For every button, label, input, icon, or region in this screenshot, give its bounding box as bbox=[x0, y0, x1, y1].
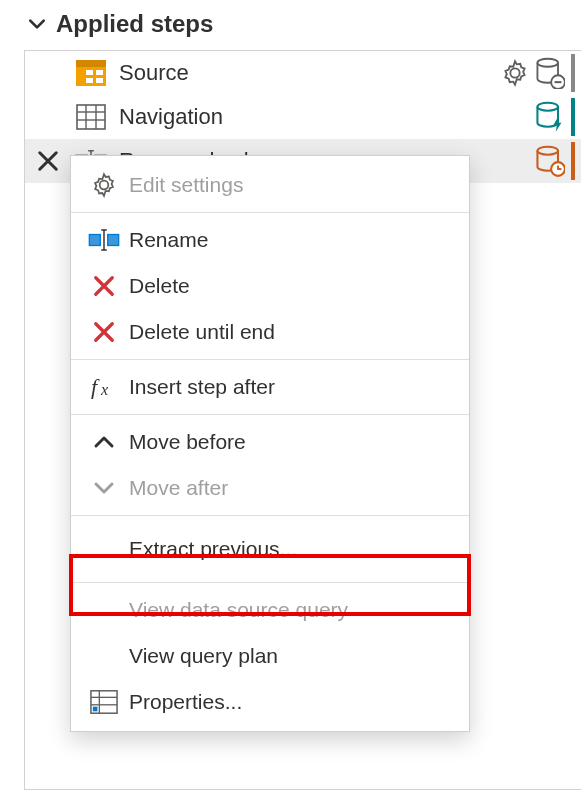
svg-point-6 bbox=[537, 59, 558, 67]
context-menu: Edit settings Rename Delete Delete un bbox=[70, 155, 470, 732]
menu-label: Rename bbox=[129, 228, 208, 252]
svg-rect-20 bbox=[89, 235, 100, 246]
menu-label: Move after bbox=[129, 476, 228, 500]
database-bolt-icon bbox=[535, 101, 565, 133]
menu-label: Move before bbox=[129, 430, 246, 454]
menu-label: Properties... bbox=[129, 690, 242, 714]
grid-icon bbox=[75, 103, 107, 131]
menu-move-after: Move after bbox=[71, 465, 469, 511]
chevron-up-icon bbox=[85, 434, 123, 450]
menu-label: Delete bbox=[129, 274, 190, 298]
svg-rect-29 bbox=[93, 707, 98, 712]
accent-bar bbox=[571, 54, 575, 92]
database-minus-icon bbox=[535, 57, 565, 89]
svg-point-18 bbox=[537, 147, 558, 155]
menu-label: Insert step after bbox=[129, 375, 275, 399]
menu-properties[interactable]: Properties... bbox=[71, 679, 469, 725]
svg-text:x: x bbox=[100, 381, 108, 398]
svg-rect-9 bbox=[77, 105, 105, 129]
accent-bar bbox=[571, 98, 575, 136]
gear-icon[interactable] bbox=[501, 59, 529, 87]
step-row-navigation[interactable]: Navigation bbox=[25, 95, 581, 139]
chevron-down-icon bbox=[28, 15, 46, 33]
menu-label: Delete until end bbox=[129, 320, 275, 344]
step-label: Source bbox=[119, 60, 501, 86]
menu-label: Edit settings bbox=[129, 173, 243, 197]
menu-separator bbox=[71, 515, 469, 516]
svg-text:f: f bbox=[91, 375, 100, 399]
gear-icon bbox=[85, 172, 123, 198]
menu-separator bbox=[71, 582, 469, 583]
menu-label: View data source query bbox=[129, 598, 348, 622]
table-icon bbox=[75, 59, 107, 87]
x-icon bbox=[85, 321, 123, 343]
menu-label: Extract previous... bbox=[129, 537, 297, 561]
svg-rect-4 bbox=[86, 78, 93, 83]
applied-steps-header[interactable]: Applied steps bbox=[0, 0, 581, 50]
menu-delete-until-end[interactable]: Delete until end bbox=[71, 309, 469, 355]
svg-rect-2 bbox=[86, 70, 93, 75]
menu-extract-previous[interactable]: Extract previous... bbox=[71, 520, 469, 578]
menu-view-query-plan[interactable]: View query plan bbox=[71, 633, 469, 679]
svg-point-14 bbox=[537, 103, 558, 111]
svg-rect-1 bbox=[76, 60, 106, 67]
menu-view-data-source-query: View data source query bbox=[71, 587, 469, 633]
x-icon bbox=[85, 275, 123, 297]
database-clock-icon bbox=[535, 145, 565, 177]
menu-label: View query plan bbox=[129, 644, 278, 668]
delete-x-icon[interactable] bbox=[37, 150, 59, 172]
svg-rect-5 bbox=[96, 78, 103, 83]
menu-separator bbox=[71, 414, 469, 415]
svg-rect-3 bbox=[96, 70, 103, 75]
step-row-source[interactable]: Source bbox=[25, 51, 581, 95]
menu-rename[interactable]: Rename bbox=[71, 217, 469, 263]
menu-separator bbox=[71, 212, 469, 213]
menu-delete[interactable]: Delete bbox=[71, 263, 469, 309]
step-label: Navigation bbox=[119, 104, 535, 130]
accent-bar bbox=[571, 142, 575, 180]
chevron-down-icon bbox=[85, 480, 123, 496]
menu-separator bbox=[71, 359, 469, 360]
rename-icon bbox=[85, 229, 123, 251]
menu-move-before[interactable]: Move before bbox=[71, 419, 469, 465]
panel-title: Applied steps bbox=[56, 10, 213, 38]
menu-edit-settings: Edit settings bbox=[71, 162, 469, 208]
fx-icon: f x bbox=[85, 375, 123, 399]
svg-rect-21 bbox=[108, 235, 119, 246]
menu-insert-step-after[interactable]: f x Insert step after bbox=[71, 364, 469, 410]
properties-icon bbox=[85, 689, 123, 715]
